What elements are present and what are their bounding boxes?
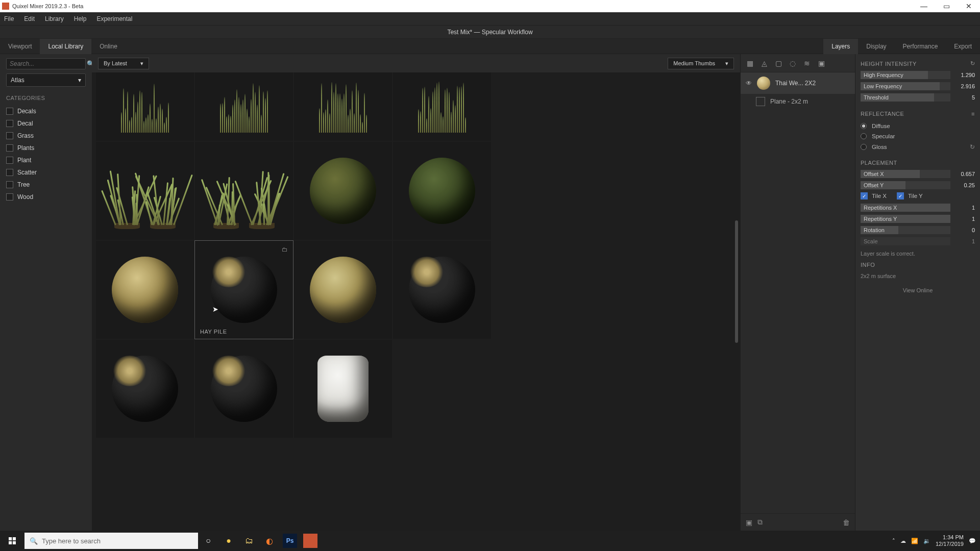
category-wood[interactable]: Wood xyxy=(6,191,86,203)
checkbox[interactable] xyxy=(6,193,13,201)
maximize-button[interactable]: ▭ xyxy=(935,0,958,12)
asset-thumb[interactable] xyxy=(294,142,392,240)
repetitions-y-slider[interactable]: Repetitions Y xyxy=(861,215,950,223)
tray-cloud-icon[interactable]: ☁ xyxy=(900,538,906,544)
asset-thumb[interactable] xyxy=(294,72,392,141)
tray-notifications-icon[interactable]: 💬 xyxy=(969,538,976,544)
category-plant[interactable]: Plant xyxy=(6,154,86,166)
minimize-button[interactable]: — xyxy=(913,0,935,12)
reflectance-diffuse[interactable]: Diffuse xyxy=(861,121,975,131)
rotation-value[interactable]: 0 xyxy=(954,227,975,233)
layer-item[interactable]: 👁 Thai We... 2X2 xyxy=(741,72,855,94)
reset-icon[interactable]: ↻ xyxy=(970,60,975,67)
menu-icon[interactable]: ≡ xyxy=(971,111,975,117)
reflectance-specular[interactable]: Specular xyxy=(861,131,975,141)
asset-thumb[interactable] xyxy=(96,241,194,339)
menu-edit[interactable]: Edit xyxy=(24,15,35,22)
library-type-dropdown[interactable]: Atlas ▾ xyxy=(6,73,86,87)
cortana-icon[interactable]: ○ xyxy=(198,531,218,551)
offset-x-value[interactable]: 0.657 xyxy=(954,171,975,177)
asset-thumb[interactable] xyxy=(96,340,194,438)
category-decals[interactable]: Decals xyxy=(6,105,86,117)
add-noise-icon[interactable]: ≋ xyxy=(803,59,811,67)
category-decal[interactable]: Decal xyxy=(6,117,86,130)
offset-y-slider[interactable]: Offset Y xyxy=(861,181,950,189)
close-button[interactable]: ✕ xyxy=(958,0,980,12)
asset-thumb[interactable] xyxy=(294,340,392,438)
taskbar-explorer-icon[interactable]: 🗂 xyxy=(239,531,259,551)
tray-wifi-icon[interactable]: 📶 xyxy=(911,538,918,544)
threshold-slider[interactable]: Threshold xyxy=(861,93,950,102)
layer-base[interactable]: Plane - 2x2 m xyxy=(741,94,855,109)
checkbox[interactable] xyxy=(6,144,13,152)
menu-help[interactable]: Help xyxy=(74,15,87,22)
checkbox[interactable] xyxy=(6,169,13,176)
tab-viewport[interactable]: Viewport xyxy=(0,39,40,54)
visibility-icon[interactable]: 👁 xyxy=(746,80,752,87)
taskbar-clock[interactable]: 1:34 PM 12/17/2019 xyxy=(936,534,964,547)
checkbox[interactable] xyxy=(6,181,13,188)
low-frequency-value[interactable]: 2.916 xyxy=(954,83,975,89)
add-atlas-icon[interactable]: ◬ xyxy=(760,59,768,67)
asset-thumb[interactable] xyxy=(96,72,194,141)
checkbox[interactable] xyxy=(6,132,13,139)
asset-thumb[interactable] xyxy=(195,142,293,240)
tab-display[interactable]: Display xyxy=(858,39,894,54)
taskbar-blender-icon[interactable]: ◐ xyxy=(259,531,280,551)
taskbar-photoshop-icon[interactable]: Ps xyxy=(283,534,297,548)
checkbox[interactable] xyxy=(6,108,13,115)
asset-thumb[interactable] xyxy=(294,241,392,339)
menu-library[interactable]: Library xyxy=(45,15,64,22)
scrollbar[interactable] xyxy=(735,72,739,531)
sort-dropdown[interactable]: By Latest▾ xyxy=(98,58,149,69)
tab-online[interactable]: Online xyxy=(91,39,126,54)
asset-thumb[interactable] xyxy=(393,72,491,141)
asset-thumb[interactable] xyxy=(393,241,491,339)
system-tray[interactable]: ˄ ☁ 📶 🔉 1:34 PM 12/17/2019 💬 xyxy=(892,534,980,547)
offset-y-value[interactable]: 0.25 xyxy=(954,182,975,188)
category-scatter[interactable]: Scatter xyxy=(6,166,86,179)
tile-x-checkbox[interactable]: ✓Tile X xyxy=(861,192,887,199)
tab-export[interactable]: Export xyxy=(946,39,980,54)
start-button[interactable] xyxy=(0,531,24,551)
category-plants[interactable]: Plants xyxy=(6,142,86,154)
category-grass[interactable]: Grass xyxy=(6,130,86,142)
group-icon[interactable]: ▣ xyxy=(746,518,752,527)
repetitions-x-value[interactable]: 1 xyxy=(954,205,975,211)
tray-chevron-icon[interactable]: ˄ xyxy=(892,538,895,544)
checkbox[interactable] xyxy=(6,157,13,164)
repetitions-y-value[interactable]: 1 xyxy=(954,216,975,222)
view-online-link[interactable]: View Online xyxy=(861,287,975,293)
reset-icon[interactable]: ↻ xyxy=(970,143,975,151)
reflectance-gloss[interactable]: Gloss↻ xyxy=(861,141,975,153)
add-paint-icon[interactable]: ▣ xyxy=(817,59,825,67)
tab-local-library[interactable]: Local Library xyxy=(40,39,91,54)
high-frequency-value[interactable]: 1.290 xyxy=(954,72,975,78)
asset-thumb[interactable] xyxy=(195,72,293,141)
menu-experimental[interactable]: Experimental xyxy=(96,15,132,22)
tab-layers[interactable]: Layers xyxy=(823,39,858,54)
taskbar-search[interactable]: 🔍 Type here to search xyxy=(24,533,198,549)
asset-thumb[interactable] xyxy=(195,340,293,438)
rotation-slider[interactable]: Rotation xyxy=(861,226,950,234)
checkbox[interactable] xyxy=(6,120,13,127)
tab-performance[interactable]: Performance xyxy=(895,39,946,54)
menu-file[interactable]: File xyxy=(4,15,14,22)
duplicate-icon[interactable]: ⧉ xyxy=(757,518,763,527)
category-tree[interactable]: Tree xyxy=(6,179,86,191)
search-box[interactable]: 🔍 xyxy=(6,58,86,69)
low-frequency-slider[interactable]: Low Frequency xyxy=(861,82,950,90)
asset-thumb[interactable] xyxy=(393,142,491,240)
search-input[interactable] xyxy=(10,60,87,67)
add-liquid-icon[interactable]: ◌ xyxy=(789,59,797,67)
high-frequency-slider[interactable]: High Frequency xyxy=(861,71,950,79)
taskbar-mixer-icon[interactable] xyxy=(303,534,317,548)
offset-x-slider[interactable]: Offset X xyxy=(861,170,950,178)
taskbar-chrome-icon[interactable]: ● xyxy=(218,531,239,551)
asset-thumb[interactable] xyxy=(96,142,194,240)
thumb-size-dropdown[interactable]: Medium Thumbs▾ xyxy=(668,58,734,69)
repetitions-x-slider[interactable]: Repetitions X xyxy=(861,204,950,212)
add-surface-icon[interactable]: ▦ xyxy=(746,59,754,67)
tile-y-checkbox[interactable]: ✓Tile Y xyxy=(897,192,923,199)
asset-thumb-hovered[interactable]: 🗀 HAY PILE ➤ xyxy=(195,241,293,339)
